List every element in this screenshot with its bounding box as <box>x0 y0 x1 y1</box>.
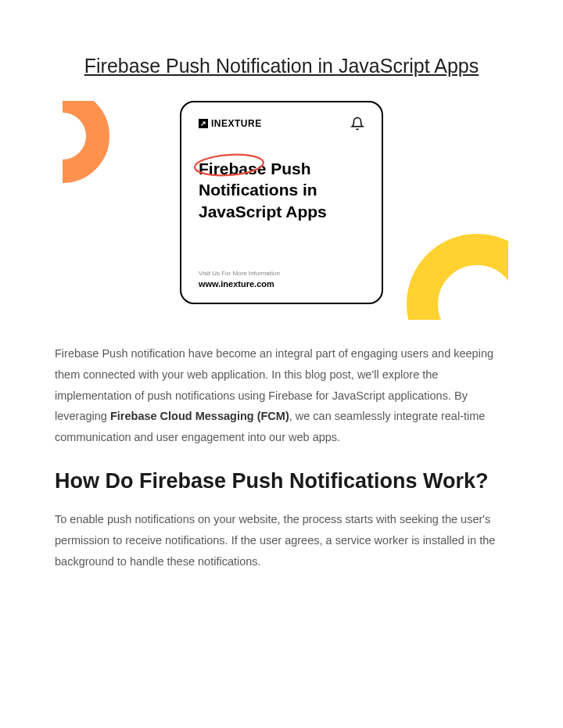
inexture-logo: ↗ INEXTURE <box>199 118 262 129</box>
intro-bold-term: Firebase Cloud Messaging (FCM) <box>110 410 289 422</box>
logo-glyph-icon: ↗ <box>199 119 208 128</box>
bell-icon <box>350 117 364 131</box>
card-header: ↗ INEXTURE <box>199 117 364 131</box>
yellow-arc-shape <box>407 234 508 320</box>
hero-graphic: ↗ INEXTURE Firebase Push Notifications i… <box>55 101 508 320</box>
svg-point-0 <box>194 152 264 178</box>
page-title: Firebase Push Notification in JavaScript… <box>55 55 508 77</box>
intro-paragraph: Firebase Push notification have become a… <box>55 343 508 448</box>
card-heading: Firebase Push Notifications in JavaScrip… <box>199 158 364 222</box>
logo-text: INEXTURE <box>211 118 262 129</box>
section-heading: How Do Firebase Push Notifications Work? <box>55 464 508 500</box>
card-footer: Visit Us For More Information www.inextu… <box>199 270 280 289</box>
body-paragraph: To enable push notifications on your web… <box>55 509 508 572</box>
promo-card: ↗ INEXTURE Firebase Push Notifications i… <box>180 101 383 304</box>
visit-label: Visit Us For More Information <box>199 270 280 277</box>
red-oval-highlight-icon <box>192 152 267 178</box>
document-page: Firebase Push Notification in JavaScript… <box>0 0 563 611</box>
orange-arc-shape <box>55 101 109 183</box>
card-url: www.inexture.com <box>199 279 280 289</box>
